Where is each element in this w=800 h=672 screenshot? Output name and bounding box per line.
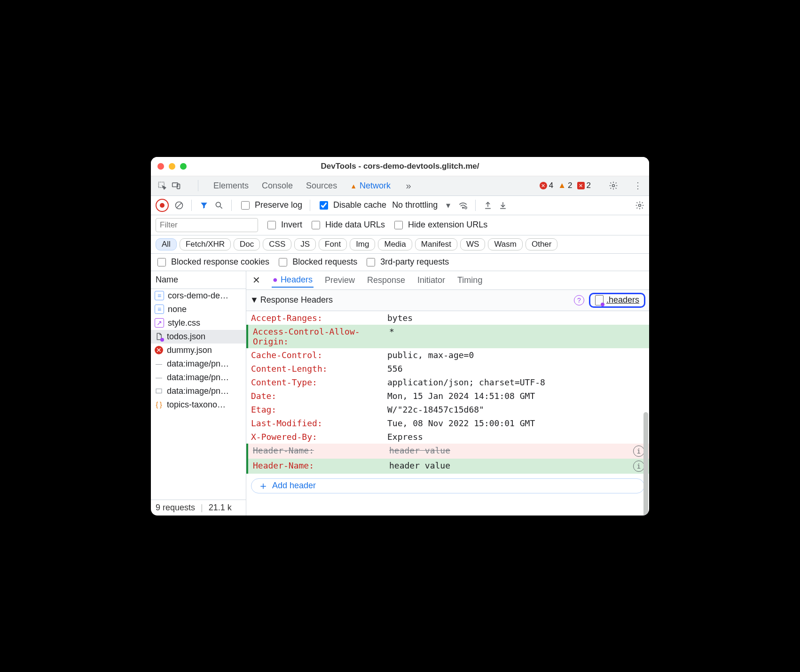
tab-elements[interactable]: Elements: [213, 179, 249, 193]
header-name: Last-Modified:: [251, 418, 387, 428]
type-pill-doc[interactable]: Doc: [234, 238, 260, 250]
type-pill-all[interactable]: All: [156, 238, 177, 250]
extra-filters-row: Blocked response cookies Blocked request…: [151, 254, 649, 271]
type-pill-other[interactable]: Other: [525, 238, 558, 250]
header-value: public, max-age=0: [387, 350, 644, 360]
disable-cache-checkbox[interactable]: Disable cache: [318, 200, 386, 211]
request-row[interactable]: data:image/pn…: [151, 384, 246, 398]
upload-har-icon[interactable]: [483, 201, 493, 210]
tab-network[interactable]: Network: [350, 179, 391, 193]
request-row[interactable]: ≡none: [151, 303, 246, 316]
device-toggle-icon[interactable]: [172, 181, 181, 190]
throttling-caret-icon[interactable]: ▾: [443, 201, 453, 210]
request-row[interactable]: todos.json: [151, 330, 246, 344]
network-split-view: Name ≡cors-demo-de…≡none↗style.csstodos.…: [151, 271, 649, 516]
search-icon[interactable]: [214, 201, 224, 210]
type-pill-fetch-xhr[interactable]: Fetch/XHR: [180, 238, 231, 250]
help-icon[interactable]: ?: [574, 295, 584, 305]
header-row[interactable]: Header-Name:header valuei: [246, 459, 649, 474]
header-name: X-Powered-By:: [251, 432, 387, 442]
response-headers-table: Accept-Ranges:bytesAccess-Control-Allow-…: [246, 311, 649, 474]
document-icon: ≡: [155, 291, 164, 300]
title-bar: DevTools - cors-demo-devtools.glitch.me/: [151, 157, 649, 176]
hide-data-urls-checkbox[interactable]: Hide data URLs: [310, 219, 385, 231]
status-request-count: 9 requests: [156, 503, 195, 513]
type-pill-font[interactable]: Font: [319, 238, 347, 250]
headers-override-file-link[interactable]: .headers: [589, 293, 645, 308]
detail-tab-initiator[interactable]: Initiator: [416, 273, 446, 287]
type-pill-img[interactable]: Img: [350, 238, 375, 250]
request-name: style.css: [168, 318, 200, 328]
header-value: Mon, 15 Jan 2024 14:51:08 GMT: [387, 391, 644, 401]
header-value: header value: [389, 445, 630, 455]
stylesheet-icon: ↗: [155, 318, 164, 328]
request-row[interactable]: ≡cors-demo-de…: [151, 289, 246, 303]
type-pill-ws[interactable]: WS: [460, 238, 485, 250]
header-row[interactable]: X-Powered-By:Express: [246, 430, 649, 444]
issues-counter[interactable]: ✕2: [577, 181, 591, 190]
warning-counter[interactable]: ▲2: [558, 181, 572, 190]
blocked-requests-checkbox[interactable]: Blocked requests: [277, 257, 357, 268]
type-pill-css[interactable]: CSS: [263, 238, 291, 250]
header-row[interactable]: Content-Type:application/json; charset=U…: [246, 375, 649, 389]
svg-point-3: [612, 185, 615, 187]
tab-sources[interactable]: Sources: [306, 179, 337, 193]
header-row[interactable]: Date:Mon, 15 Jan 2024 14:51:08 GMT: [246, 389, 649, 403]
detail-tab-preview[interactable]: Preview: [324, 273, 356, 287]
request-row[interactable]: ↗style.css: [151, 316, 246, 330]
document-icon: ≡: [155, 305, 164, 314]
blocked-cookies-checkbox[interactable]: Blocked response cookies: [156, 257, 269, 268]
request-row[interactable]: —data:image/pn…: [151, 371, 246, 384]
inspect-icon[interactable]: [157, 181, 167, 190]
tab-console[interactable]: Console: [262, 179, 293, 193]
error-counter[interactable]: ✕4: [540, 181, 553, 190]
header-name: Date:: [251, 391, 387, 401]
json-icon: { }: [155, 400, 163, 409]
download-har-icon[interactable]: [498, 201, 508, 210]
type-pill-js[interactable]: JS: [294, 238, 316, 250]
throttling-select[interactable]: No throttling: [392, 200, 438, 210]
request-name: topics-taxono…: [167, 400, 226, 410]
settings-gear-icon[interactable]: [609, 181, 618, 190]
vertical-scrollbar[interactable]: [643, 412, 648, 516]
header-row[interactable]: Header-Name:header valuei: [246, 444, 649, 459]
network-conditions-icon[interactable]: [458, 201, 468, 210]
type-pill-wasm[interactable]: Wasm: [488, 238, 523, 250]
svg-point-5: [216, 202, 220, 207]
image-icon: [155, 387, 163, 395]
header-row[interactable]: Access-Control-Allow-Origin:*: [246, 325, 649, 348]
third-party-checkbox[interactable]: 3rd-party requests: [365, 257, 449, 268]
close-detail-icon[interactable]: ✕: [251, 274, 261, 286]
type-pill-manifest[interactable]: Manifest: [415, 238, 457, 250]
kebab-menu-icon[interactable]: ⋮: [633, 181, 643, 190]
header-row[interactable]: Last-Modified:Tue, 08 Nov 2022 15:00:01 …: [246, 416, 649, 430]
request-row[interactable]: ✕dummy.json: [151, 344, 246, 357]
detail-tab-response[interactable]: Response: [366, 273, 406, 287]
add-header-button[interactable]: ＋ Add header: [251, 478, 644, 493]
preserve-log-checkbox[interactable]: Preserve log: [239, 200, 302, 211]
type-pill-media[interactable]: Media: [378, 238, 412, 250]
header-row[interactable]: Cache-Control:public, max-age=0: [246, 348, 649, 362]
record-button[interactable]: [156, 199, 169, 212]
request-row[interactable]: —data:image/pn…: [151, 357, 246, 371]
request-name: todos.json: [167, 332, 205, 342]
panel-settings-gear-icon[interactable]: [635, 201, 644, 210]
detail-tab-headers[interactable]: ●Headers: [272, 273, 314, 288]
header-row[interactable]: Content-Length:556: [246, 362, 649, 375]
header-row[interactable]: Accept-Ranges:bytes: [246, 311, 649, 325]
filter-icon[interactable]: [199, 201, 209, 210]
request-row[interactable]: { }topics-taxono…: [151, 398, 246, 412]
name-column-header[interactable]: Name: [151, 271, 246, 289]
clear-icon[interactable]: [174, 201, 184, 210]
invert-checkbox[interactable]: Invert: [266, 219, 302, 231]
filter-input[interactable]: [156, 218, 258, 232]
info-icon[interactable]: i: [633, 445, 644, 457]
response-headers-section-header[interactable]: ▼ Response Headers ? .headers: [246, 290, 649, 311]
more-tabs-icon[interactable]: »: [404, 181, 413, 190]
disclosure-caret-icon[interactable]: ▼: [250, 295, 259, 305]
detail-tab-timing[interactable]: Timing: [456, 273, 483, 287]
info-icon[interactable]: i: [633, 461, 644, 472]
hide-extension-urls-checkbox[interactable]: Hide extension URLs: [392, 219, 487, 231]
header-row[interactable]: Etag:W/"22c-18457c15d68": [246, 403, 649, 416]
header-name: Header-Name:: [253, 461, 389, 470]
